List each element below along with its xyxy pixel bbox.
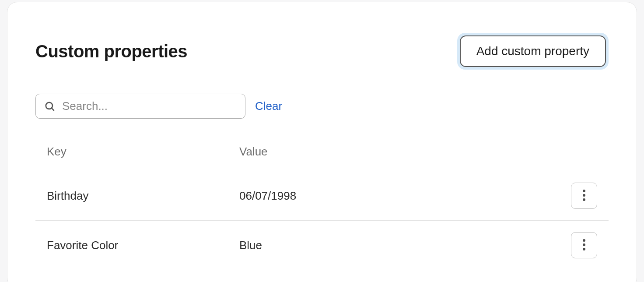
add-custom-property-button[interactable]: Add custom property: [460, 35, 606, 67]
row-actions-button[interactable]: [571, 183, 597, 209]
table-header: Key Value: [35, 145, 609, 171]
kebab-icon: [583, 239, 585, 252]
property-key: Favorite Color: [47, 239, 239, 252]
svg-point-3: [583, 194, 585, 197]
column-header-value: Value: [239, 145, 567, 159]
page-title: Custom properties: [35, 42, 187, 61]
clear-button[interactable]: Clear: [255, 99, 282, 113]
property-key: Birthday: [47, 189, 239, 203]
custom-properties-card: Custom properties Add custom property Cl…: [7, 2, 637, 282]
svg-point-7: [583, 248, 585, 250]
add-button-highlight: Add custom property: [457, 33, 609, 70]
search-input[interactable]: [62, 99, 237, 113]
svg-point-4: [583, 198, 585, 201]
properties-table: Key Value Birthday 06/07/1998 Favorite C…: [35, 145, 609, 270]
header-row: Custom properties Add custom property: [35, 33, 609, 70]
svg-point-0: [46, 102, 52, 109]
search-icon: [44, 100, 56, 113]
table-row: Favorite Color Blue: [35, 221, 609, 270]
svg-point-5: [583, 239, 585, 242]
property-value: Blue: [239, 239, 567, 252]
kebab-icon: [583, 189, 585, 203]
column-header-key: Key: [47, 145, 239, 159]
table-row: Birthday 06/07/1998: [35, 171, 609, 221]
svg-line-1: [52, 108, 54, 111]
property-value: 06/07/1998: [239, 189, 567, 203]
column-header-actions: [567, 145, 597, 159]
search-row: Clear: [35, 94, 609, 119]
row-actions-button[interactable]: [571, 232, 597, 258]
search-box[interactable]: [35, 94, 245, 119]
svg-point-6: [583, 243, 585, 246]
svg-point-2: [583, 190, 585, 192]
